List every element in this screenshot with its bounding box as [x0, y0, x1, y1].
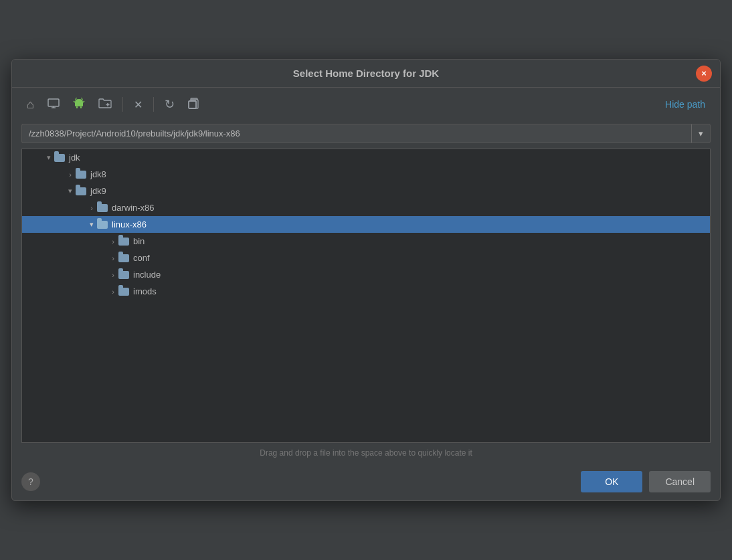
svg-rect-7	[76, 106, 78, 108]
tree-label-jdk: jdk	[69, 153, 80, 163]
tree-label-linux-x86: linux-x86	[112, 219, 147, 229]
folder-icon-imods	[118, 288, 129, 296]
delete-button[interactable]: ✕	[128, 94, 148, 115]
title-bar: Select Home Directory for JDK ×	[12, 60, 720, 88]
tree-item-jdk8[interactable]: › jdk8	[22, 166, 710, 183]
tree-label-imods: imods	[133, 286, 157, 296]
close-button[interactable]: ×	[696, 66, 712, 82]
toolbar-sep-2	[153, 97, 154, 112]
svg-rect-14	[189, 101, 196, 108]
copy-button[interactable]	[183, 93, 205, 116]
chevron-darwin: ›	[86, 204, 97, 212]
chevron-bin: ›	[108, 238, 118, 246]
svg-rect-0	[48, 99, 59, 106]
home-icon: ⌂	[27, 98, 34, 112]
folder-icon-jdk8	[76, 171, 86, 179]
new-folder-icon	[98, 98, 112, 111]
svg-rect-8	[80, 106, 82, 108]
chevron-down-icon: ▾	[699, 128, 703, 138]
folder-icon-jdk	[54, 154, 65, 162]
chevron-linux-x86: ▾	[86, 220, 97, 229]
chevron-jdk: ▾	[43, 153, 54, 162]
hide-path-button[interactable]: Hide path	[660, 96, 711, 112]
tree-item-jdk9[interactable]: ▾ jdk9	[22, 183, 710, 199]
help-button[interactable]: ?	[21, 472, 40, 491]
android-icon	[73, 97, 85, 112]
tree-item-conf[interactable]: › conf	[22, 250, 710, 266]
tree-label-bin: bin	[133, 236, 145, 246]
ok-button[interactable]: OK	[581, 471, 642, 492]
footer-actions: OK Cancel	[581, 471, 711, 492]
tree-label-jdk9: jdk9	[90, 186, 106, 196]
toolbar: ⌂	[12, 88, 720, 121]
chevron-jdk9: ▾	[65, 187, 76, 195]
chevron-include: ›	[108, 271, 118, 279]
tree-label-jdk8: jdk8	[90, 169, 106, 179]
android-button[interactable]	[68, 93, 90, 116]
drag-hint: Drag and drop a file into the space abov…	[12, 443, 720, 463]
folder-icon-include	[118, 271, 129, 279]
file-tree[interactable]: ▾ jdk › jdk8 ▾ jdk9 › darwin-x86 ▾ linux…	[21, 149, 711, 443]
refresh-icon: ↻	[165, 97, 175, 112]
tree-item-darwin[interactable]: › darwin-x86	[22, 199, 710, 216]
new-folder-button[interactable]	[93, 94, 117, 115]
svg-line-5	[74, 101, 75, 102]
svg-line-6	[83, 101, 84, 102]
tree-label-darwin: darwin-x86	[112, 203, 155, 213]
tree-item-jdk[interactable]: ▾ jdk	[22, 149, 710, 166]
svg-line-10	[81, 98, 82, 100]
chevron-imods: ›	[108, 288, 118, 296]
tree-item-linux-x86[interactable]: ▾ linux-x86	[22, 216, 710, 233]
monitor-icon	[48, 98, 60, 111]
desktop-button[interactable]	[42, 94, 65, 115]
folder-icon-linux-x86	[97, 221, 108, 229]
svg-line-9	[75, 98, 76, 100]
path-bar: ▾	[21, 124, 711, 143]
tree-label-conf: conf	[133, 253, 150, 263]
cancel-button[interactable]: Cancel	[649, 471, 711, 492]
refresh-button[interactable]: ↻	[159, 93, 180, 116]
folder-icon-jdk9	[76, 187, 86, 195]
toolbar-sep-1	[122, 97, 123, 112]
path-dropdown-button[interactable]: ▾	[691, 124, 711, 143]
folder-icon-bin	[118, 238, 129, 246]
dialog-title: Select Home Directory for JDK	[293, 68, 439, 79]
tree-item-bin[interactable]: › bin	[22, 233, 710, 250]
folder-icon-conf	[118, 254, 129, 262]
delete-icon: ✕	[134, 98, 143, 111]
footer: ? OK Cancel	[12, 463, 720, 500]
tree-item-imods[interactable]: › imods	[22, 283, 710, 300]
chevron-conf: ›	[108, 254, 118, 262]
tree-item-include[interactable]: › include	[22, 266, 710, 283]
folder-icon-darwin	[97, 204, 108, 212]
chevron-jdk8: ›	[65, 171, 76, 179]
select-directory-dialog: Select Home Directory for JDK × ⌂	[11, 59, 721, 501]
tree-label-include: include	[133, 270, 161, 280]
copy-icon	[188, 97, 200, 112]
path-input[interactable]	[21, 124, 691, 143]
home-button[interactable]: ⌂	[21, 94, 39, 116]
